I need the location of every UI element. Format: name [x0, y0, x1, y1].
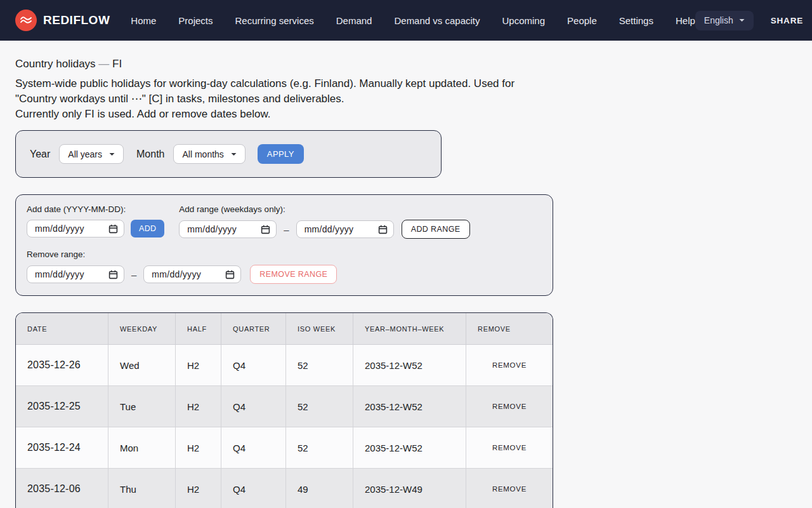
cell-year-month-week: 2035-12-W49 [353, 469, 466, 508]
chevron-down-icon [231, 152, 237, 156]
add-range-end-input[interactable]: mm/dd/yyyy [296, 220, 394, 238]
language-selector[interactable]: English [695, 11, 754, 30]
filter-card: Year All years Month All months APPLY [15, 130, 442, 178]
nav-item-recurring-services[interactable]: Recurring services [235, 15, 314, 26]
cell-date: 2035-12-25 [16, 386, 108, 427]
add-range-start-input[interactable]: mm/dd/yyyy [179, 220, 277, 238]
cell-half: H2 [176, 469, 221, 508]
page-description: System-wide public holidays for working-… [15, 76, 553, 107]
nav-item-demand-vs-capacity[interactable]: Demand vs capacity [394, 15, 480, 26]
page-title-country: FI [112, 58, 122, 70]
calendar-icon[interactable] [378, 225, 388, 234]
date-placeholder: mm/dd/yyyy [304, 224, 354, 234]
column-header-weekday: WEEKDAY [108, 313, 176, 344]
range-separator: – [283, 224, 289, 235]
date-editor-card: Add date (YYYY-MM-DD): mm/dd/yyyy ADD Ad… [15, 194, 553, 296]
page-title-separator: — [98, 58, 109, 70]
cell-quarter: Q4 [221, 427, 286, 468]
page-title: Country holidays — FI [15, 58, 797, 70]
add-button[interactable]: ADD [131, 220, 164, 237]
calendar-icon[interactable] [108, 270, 118, 279]
table-row: 2035-12-26 Wed H2 Q4 52 2035-12-W52 REMO… [16, 345, 553, 386]
nav-item-home[interactable]: Home [131, 15, 156, 26]
add-date-group: Add date (YYYY-MM-DD): mm/dd/yyyy ADD [27, 204, 164, 239]
column-header-iso-week: ISO WEEK [286, 313, 353, 344]
add-date-label: Add date (YYYY-MM-DD): [27, 204, 164, 214]
brand[interactable]: REDIFLOW [15, 10, 110, 31]
cell-year-month-week: 2035-12-W52 [353, 427, 466, 468]
date-placeholder: mm/dd/yyyy [187, 224, 237, 234]
cell-iso-week: 52 [286, 345, 353, 385]
add-range-button[interactable]: ADD RANGE [402, 220, 470, 239]
add-range-label: Add range (weekdays only): [179, 204, 469, 214]
cell-weekday: Tue [108, 386, 176, 427]
calendar-icon[interactable] [261, 225, 270, 234]
cell-weekday: Mon [108, 427, 176, 468]
row-remove-button[interactable]: REMOVE [488, 441, 530, 454]
share-button[interactable]: SHARE [771, 16, 803, 25]
rediflow-logo-icon [15, 10, 37, 31]
column-header-remove: REMOVE [466, 313, 553, 344]
cell-weekday: Thu [108, 469, 176, 508]
date-placeholder: mm/dd/yyyy [152, 269, 201, 279]
cell-iso-week: 52 [286, 386, 353, 427]
column-header-date: DATE [16, 313, 108, 344]
year-select[interactable]: All years [59, 144, 124, 164]
calendar-icon[interactable] [108, 224, 118, 234]
nav-item-settings[interactable]: Settings [619, 15, 653, 26]
nav-links: Home Projects Recurring services Demand … [131, 15, 695, 26]
row-remove-button[interactable]: REMOVE [488, 359, 530, 371]
cell-date: 2035-12-06 [16, 469, 108, 508]
cell-year-month-week: 2035-12-W52 [353, 345, 466, 385]
month-select[interactable]: All months [173, 144, 245, 164]
nav-item-upcoming[interactable]: Upcoming [502, 15, 546, 26]
cell-half: H2 [176, 386, 221, 427]
remove-range-end-input[interactable]: mm/dd/yyyy [143, 265, 241, 283]
add-date-input[interactable]: mm/dd/yyyy [27, 220, 124, 237]
page-description-2: Currently only FI is used. Add or remove… [15, 107, 797, 122]
main-content: Country holidays — FI System-wide public… [0, 58, 812, 508]
cell-iso-week: 49 [286, 469, 353, 508]
row-remove-button[interactable]: REMOVE [488, 400, 530, 413]
month-label: Month [136, 149, 164, 160]
table-row: 2035-12-24 Mon H2 Q4 52 2035-12-W52 REMO… [16, 427, 553, 469]
nav-item-projects[interactable]: Projects [178, 15, 213, 26]
table-header-row: DATE WEEKDAY HALF QUARTER ISO WEEK YEAR–… [16, 313, 553, 345]
date-placeholder: mm/dd/yyyy [35, 224, 84, 234]
remove-range-button[interactable]: REMOVE RANGE [250, 265, 337, 284]
remove-range-start-input[interactable]: mm/dd/yyyy [27, 265, 124, 283]
apply-button[interactable]: APPLY [258, 144, 304, 164]
table-row: 2035-12-06 Thu H2 Q4 49 2035-12-W49 REMO… [16, 469, 553, 508]
holidays-table: DATE WEEKDAY HALF QUARTER ISO WEEK YEAR–… [15, 312, 553, 508]
cell-date: 2035-12-24 [16, 427, 108, 468]
remove-range-label: Remove range: [27, 250, 542, 259]
nav-item-help[interactable]: Help [676, 15, 695, 26]
cell-half: H2 [176, 427, 221, 468]
row-remove-button[interactable]: REMOVE [488, 483, 530, 495]
brand-name: REDIFLOW [43, 13, 110, 27]
cell-weekday: Wed [108, 345, 176, 385]
language-value: English [704, 15, 733, 25]
column-header-quarter: QUARTER [221, 313, 286, 344]
nav-item-demand[interactable]: Demand [336, 15, 372, 26]
chevron-down-icon [739, 18, 745, 22]
year-select-value: All years [68, 149, 102, 159]
cell-year-month-week: 2035-12-W52 [353, 386, 466, 427]
column-header-year-month-week: YEAR–MONTH–WEEK [353, 313, 466, 344]
date-placeholder: mm/dd/yyyy [35, 269, 84, 279]
chevron-down-icon [109, 152, 115, 156]
table-row: 2035-12-25 Tue H2 Q4 52 2035-12-W52 REMO… [16, 386, 553, 427]
cell-iso-week: 52 [286, 427, 353, 468]
year-label: Year [30, 149, 50, 160]
cell-quarter: Q4 [221, 386, 286, 427]
column-header-half: HALF [176, 313, 221, 344]
range-separator: – [131, 269, 137, 280]
add-range-group: Add range (weekdays only): mm/dd/yyyy – … [179, 204, 469, 239]
month-select-value: All months [182, 149, 223, 159]
page-title-text: Country holidays [15, 58, 96, 70]
nav-item-people[interactable]: People [567, 15, 597, 26]
top-nav: REDIFLOW Home Projects Recurring service… [0, 0, 812, 41]
calendar-icon[interactable] [225, 270, 235, 279]
cell-half: H2 [176, 345, 221, 385]
cell-quarter: Q4 [221, 345, 286, 385]
